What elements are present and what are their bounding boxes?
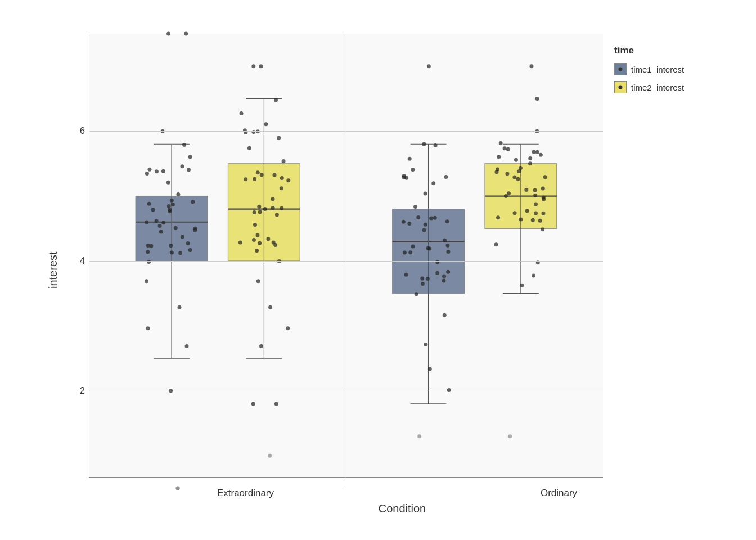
svg-point-76 xyxy=(253,210,256,214)
svg-point-7 xyxy=(146,326,150,330)
x-category-label: Extraordinary xyxy=(89,488,402,499)
svg-point-64 xyxy=(266,237,270,241)
svg-point-127 xyxy=(428,246,431,250)
svg-point-172 xyxy=(507,191,511,195)
svg-point-139 xyxy=(431,181,435,185)
svg-point-98 xyxy=(274,402,278,406)
legend-label-time1: time1_interest xyxy=(631,65,684,74)
svg-point-20 xyxy=(174,226,178,230)
svg-point-81 xyxy=(260,173,264,177)
legend-item-time1: time1_interest xyxy=(614,63,710,75)
svg-point-29 xyxy=(147,202,151,206)
chart-container: interest 246 time time1_interest xyxy=(40,22,716,518)
svg-point-118 xyxy=(426,277,430,281)
svg-point-136 xyxy=(433,216,437,220)
svg-point-36 xyxy=(176,192,180,196)
svg-point-100 xyxy=(259,64,263,68)
svg-point-35 xyxy=(171,202,175,206)
svg-point-17 xyxy=(146,250,150,254)
svg-point-185 xyxy=(528,161,532,165)
svg-point-51 xyxy=(184,32,188,36)
svg-point-42 xyxy=(161,169,165,173)
svg-point-181 xyxy=(505,172,509,176)
grid-line xyxy=(89,131,603,132)
svg-point-74 xyxy=(263,207,267,211)
svg-point-132 xyxy=(429,216,433,220)
svg-point-164 xyxy=(496,215,500,219)
svg-point-32 xyxy=(167,204,171,208)
svg-point-30 xyxy=(170,199,174,202)
svg-point-177 xyxy=(516,177,520,181)
svg-point-189 xyxy=(532,150,536,154)
svg-point-110 xyxy=(443,313,447,317)
svg-point-143 xyxy=(402,174,406,178)
svg-point-18 xyxy=(149,244,153,248)
svg-point-34 xyxy=(168,208,172,212)
svg-point-113 xyxy=(442,274,446,278)
svg-point-161 xyxy=(513,211,517,215)
svg-point-13 xyxy=(186,241,190,245)
svg-point-129 xyxy=(422,228,426,232)
svg-point-184 xyxy=(494,170,498,174)
svg-point-89 xyxy=(277,136,281,140)
svg-point-25 xyxy=(159,230,163,233)
svg-point-192 xyxy=(528,156,532,160)
svg-point-78 xyxy=(271,197,275,201)
svg-point-47 xyxy=(176,487,180,490)
svg-point-70 xyxy=(253,223,257,227)
svg-point-94 xyxy=(264,122,268,126)
svg-point-114 xyxy=(435,271,439,275)
svg-point-144 xyxy=(411,168,415,172)
svg-point-95 xyxy=(240,111,244,115)
svg-point-16 xyxy=(178,251,182,255)
svg-point-41 xyxy=(155,169,159,173)
y-tick-label: 4 xyxy=(80,256,89,266)
svg-point-92 xyxy=(251,130,255,134)
plot-area: 246 xyxy=(89,34,603,478)
svg-point-85 xyxy=(253,177,256,181)
svg-point-66 xyxy=(258,241,262,245)
svg-point-166 xyxy=(519,218,523,222)
svg-point-6 xyxy=(185,344,189,348)
svg-point-186 xyxy=(539,153,543,157)
svg-point-147 xyxy=(417,434,421,438)
svg-point-26 xyxy=(194,227,197,231)
svg-point-84 xyxy=(286,178,290,182)
svg-point-83 xyxy=(280,176,284,180)
svg-point-158 xyxy=(494,242,498,246)
svg-point-107 xyxy=(447,388,451,392)
svg-point-33 xyxy=(151,208,155,212)
svg-point-15 xyxy=(188,248,192,252)
y-tick-label: 6 xyxy=(80,126,89,136)
svg-point-38 xyxy=(145,172,149,176)
svg-point-80 xyxy=(244,177,248,181)
svg-point-73 xyxy=(257,205,261,209)
svg-point-176 xyxy=(541,186,545,190)
svg-point-149 xyxy=(422,142,426,146)
svg-point-160 xyxy=(531,218,535,222)
svg-point-19 xyxy=(181,235,184,238)
svg-point-62 xyxy=(255,249,259,253)
svg-point-168 xyxy=(534,202,538,206)
svg-point-14 xyxy=(169,244,173,248)
svg-point-187 xyxy=(506,147,510,151)
svg-point-198 xyxy=(529,64,533,68)
svg-point-40 xyxy=(187,168,191,172)
svg-point-31 xyxy=(191,200,195,204)
svg-point-59 xyxy=(268,305,272,309)
svg-point-145 xyxy=(408,157,412,161)
svg-point-155 xyxy=(520,284,524,287)
grid-line xyxy=(89,261,603,262)
svg-point-167 xyxy=(541,212,545,215)
legend-box-time1 xyxy=(614,63,627,75)
legend-item-time2: time2_interest xyxy=(614,81,710,93)
svg-point-169 xyxy=(533,194,537,197)
y-axis-label: interest xyxy=(40,22,61,518)
svg-point-23 xyxy=(158,224,162,228)
legend-box-time2 xyxy=(614,81,627,93)
svg-point-101 xyxy=(251,64,255,68)
svg-point-44 xyxy=(188,155,192,159)
svg-point-60 xyxy=(256,279,260,283)
svg-point-134 xyxy=(424,223,428,227)
svg-point-27 xyxy=(155,219,159,223)
